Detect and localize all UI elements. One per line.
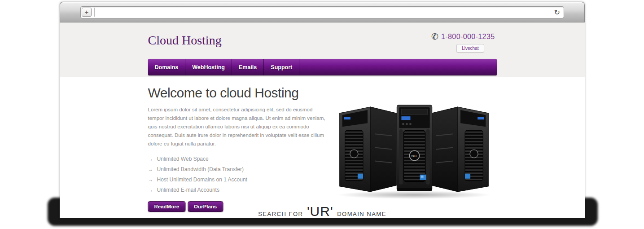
features-list: →Unlimited Web Space →Unlimited Bandwidt… [148,154,337,195]
servers-image: DELL [335,102,493,199]
phone-icon: ✆ [431,31,438,42]
hero-text-column: Welcome to cloud Hosting Lorem ipsum dol… [148,77,337,212]
intro-paragraph: Lorem ipsum dolor sit amet, consectetur … [148,106,328,148]
arrow-bullet-icon: → [148,187,153,193]
nav-item-emails[interactable]: Emails [232,59,264,75]
phone-number: 1-800-000-1235 [441,33,495,41]
page-title: Welcome to cloud Hosting [148,85,337,101]
screenshot-stage: + ↻ Cloud Hosting ✆ 1-800-000-1235 Livec… [0,0,644,229]
search-banner-suffix: DOMAIN NAME [337,211,386,217]
feature-item: →Unlimited Web Space [148,154,337,164]
reload-icon[interactable]: ↻ [551,8,560,17]
feature-item: →Unlimited Bandwidth (Data Transfer) [148,164,337,175]
nav-item-support[interactable]: Support [264,59,299,75]
livechat-button[interactable]: Livechat [456,44,484,53]
new-tab-icon[interactable]: + [82,8,92,17]
address-input[interactable] [94,8,551,17]
browser-chrome: + ↻ [60,2,585,22]
svg-text:DELL: DELL [412,155,418,158]
feature-item: →Host Unlimited Domains on 1 Account [148,175,337,185]
feature-label: Unlimited Bandwidth (Data Transfer) [157,166,244,172]
arrow-bullet-icon: → [148,176,153,183]
domain-search-banner: SEARCH FOR 'UR' DOMAIN NAME [60,204,585,218]
site-header: Cloud Hosting ✆ 1-800-000-1235 Livechat … [60,22,585,77]
feature-label: Unlimited Web Space [157,156,209,162]
feature-label: Host Unlimited Domains on 1 Account [157,176,247,183]
site-logo[interactable]: Cloud Hosting [148,33,222,48]
feature-item: →Unlimited E-mail Accounts [148,185,337,195]
nav-item-webhosting[interactable]: WebHosting [185,59,232,75]
feature-label: Unlimited E-mail Accounts [157,187,219,193]
main-nav: Domains WebHosting Emails Support [148,59,497,75]
arrow-bullet-icon: → [148,166,153,172]
webpage: Cloud Hosting ✆ 1-800-000-1235 Livechat … [60,22,585,218]
nav-item-domains[interactable]: Domains [148,59,186,75]
url-bar[interactable]: + ↻ [80,6,564,18]
search-banner-prefix: SEARCH FOR [258,211,303,217]
server-towers-illustration: DELL [335,102,493,199]
search-banner-highlight: 'UR' [305,204,335,218]
browser-window: + ↻ Cloud Hosting ✆ 1-800-000-1235 Livec… [60,2,585,218]
hero-section: Welcome to cloud Hosting Lorem ipsum dol… [148,77,497,204]
phone-row: ✆ 1-800-000-1235 [431,31,495,42]
arrow-bullet-icon: → [148,156,153,162]
